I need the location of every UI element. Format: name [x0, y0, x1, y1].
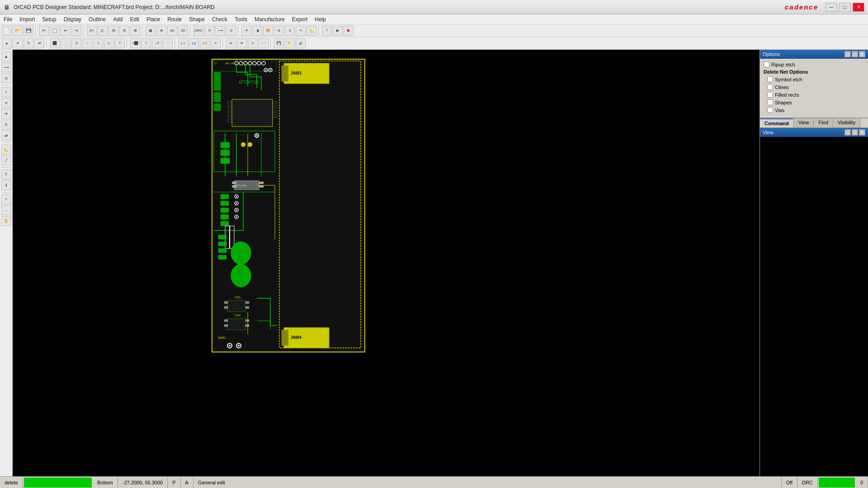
tb-undo[interactable]: ↩	[61, 26, 71, 36]
tb-prop[interactable]: ℹ	[285, 26, 295, 36]
tb-2d[interactable]: 2D	[178, 26, 188, 36]
tb-highlight[interactable]: ☀	[241, 26, 251, 36]
tb2-save2[interactable]: 💾	[274, 38, 284, 48]
tb2-add-comp[interactable]: +⬛	[130, 38, 140, 48]
lt-zoom-in2[interactable]: +	[1, 194, 11, 204]
tb-zoom-in[interactable]: Z+	[87, 26, 97, 36]
tb2-trace[interactable]: ∿	[93, 38, 103, 48]
tab-view[interactable]: View	[794, 118, 814, 127]
tb2-sel[interactable]: ▲	[2, 38, 12, 48]
tb-ripup[interactable]: ↺	[204, 26, 214, 36]
tb2-comp[interactable]: ⬛	[50, 38, 60, 48]
maximize-button[interactable]: □	[839, 3, 851, 12]
view-close[interactable]: ✕	[859, 129, 865, 136]
view-restore[interactable]: □	[852, 129, 858, 136]
close-button[interactable]: ✕	[853, 3, 864, 12]
menu-import[interactable]: Import	[16, 14, 38, 24]
tb-stop[interactable]: ⏹	[344, 26, 354, 36]
tb-route[interactable]: ⟿	[215, 26, 225, 36]
lt-mirror2[interactable]: ⇌	[1, 131, 11, 141]
menu-outline[interactable]: Outline	[85, 14, 109, 24]
lt-route2[interactable]: ⟿	[1, 62, 11, 72]
tb-zoom-out[interactable]: Z-	[98, 26, 108, 36]
lt-zoom-out2[interactable]: -	[1, 205, 11, 215]
tb2-conn[interactable]: ⎇	[152, 38, 162, 48]
lt-add[interactable]: +	[1, 87, 11, 97]
tb-snap[interactable]: ⊕	[156, 26, 166, 36]
lt-select[interactable]: ▲	[1, 52, 11, 61]
options-close[interactable]: ✕	[859, 51, 865, 57]
menu-setup[interactable]: Setup	[38, 14, 60, 24]
vias-checkbox[interactable]	[767, 107, 773, 113]
filled-rects-checkbox[interactable]	[767, 92, 773, 98]
tb2-pin[interactable]: ⬜	[61, 38, 71, 48]
menu-shape[interactable]: Shape	[185, 14, 208, 24]
tb2-layer1[interactable]: L1	[178, 38, 188, 48]
tb-dim[interactable]: ◑	[252, 26, 262, 36]
tb-zoom-prev[interactable]: ⊠	[130, 26, 140, 36]
tb-delete[interactable]: ✕	[296, 26, 306, 36]
tb2-shape2[interactable]: ▭	[104, 38, 114, 48]
menu-display[interactable]: Display	[60, 14, 85, 24]
menu-check[interactable]: Check	[208, 14, 231, 24]
lt-line[interactable]: ╱	[1, 155, 11, 165]
options-restore[interactable]: □	[852, 51, 858, 57]
tb2-pad[interactable]: ○	[82, 38, 92, 48]
tb-cut[interactable]: ✂	[39, 26, 49, 36]
tb2-layer3[interactable]: L3	[200, 38, 210, 48]
tb-via[interactable]: ⊙	[226, 26, 236, 36]
minimize-button[interactable]: ─	[826, 3, 837, 12]
clines-checkbox[interactable]	[767, 84, 773, 90]
tb2-print[interactable]: 🖨	[296, 38, 306, 48]
lt-via3[interactable]: ⊙	[1, 73, 11, 83]
tb-new[interactable]: 📄	[2, 26, 12, 36]
tb2-layer2[interactable]: L2	[189, 38, 199, 48]
menu-manufacture[interactable]: Manufacture	[251, 14, 288, 24]
lt-text2[interactable]: T	[1, 169, 11, 179]
canvas-area[interactable]: BATTERY BOARD WITH ATTINY13A AND DW01 5V…	[13, 50, 760, 476]
lt-prop2[interactable]: ℹ	[1, 180, 11, 190]
tb-color[interactable]: 🎨	[263, 26, 273, 36]
view-minimize[interactable]: ─	[844, 129, 851, 136]
tb2-net2[interactable]: N	[226, 38, 236, 48]
menu-add[interactable]: Add	[109, 14, 126, 24]
tb-save[interactable]: 💾	[24, 26, 33, 36]
menu-edit[interactable]: Edit	[126, 14, 143, 24]
tab-visibility[interactable]: Visibility	[833, 118, 861, 127]
tb2-mirror[interactable]: ⇌	[34, 38, 44, 48]
tb2-more[interactable]: ⋯	[259, 38, 269, 48]
tb2-seg[interactable]: ⁻	[163, 38, 173, 48]
tb-zoom-sel[interactable]: ⊟	[119, 26, 129, 36]
menu-tools[interactable]: Tools	[231, 14, 251, 24]
tab-find[interactable]: Find	[814, 118, 833, 127]
tb2-layers[interactable]: ≡	[211, 38, 221, 48]
tb-script[interactable]: ▶	[333, 26, 343, 36]
shapes-checkbox[interactable]	[767, 99, 773, 105]
tb-open[interactable]: 📂	[13, 26, 23, 36]
tb-copy[interactable]: 📋	[50, 26, 60, 36]
tb-drc[interactable]: DRC	[193, 26, 203, 36]
tab-command[interactable]: Command	[760, 118, 794, 127]
menu-file[interactable]: File	[0, 14, 16, 24]
tb-3d[interactable]: 3D	[167, 26, 177, 36]
symbol-etch-checkbox[interactable]	[767, 76, 773, 82]
tb2-rot[interactable]: ↻	[24, 38, 33, 48]
tb-grid[interactable]: ▦	[146, 26, 156, 36]
tb-net[interactable]: N	[274, 26, 284, 36]
menu-place[interactable]: Place	[143, 14, 164, 24]
lt-move[interactable]: ✛	[1, 109, 11, 119]
tb2-open2[interactable]: 📂	[285, 38, 295, 48]
tb2-move[interactable]: ✛	[13, 38, 23, 48]
tb2-rat[interactable]: ⌇	[141, 38, 151, 48]
tb-measure[interactable]: 📐	[307, 26, 316, 36]
menu-export[interactable]: Export	[288, 14, 311, 24]
options-minimize[interactable]: ─	[844, 51, 851, 57]
menu-route[interactable]: Route	[164, 14, 185, 24]
tb2-text[interactable]: T	[115, 38, 125, 48]
menu-help[interactable]: Help	[311, 14, 330, 24]
tb2-via2[interactable]: ⊙	[71, 38, 81, 48]
lt-del[interactable]: ✕	[1, 98, 11, 108]
ripup-etch-checkbox[interactable]	[764, 61, 769, 67]
tb-redo[interactable]: ↪	[71, 26, 81, 36]
tb-help[interactable]: ?	[322, 26, 332, 36]
